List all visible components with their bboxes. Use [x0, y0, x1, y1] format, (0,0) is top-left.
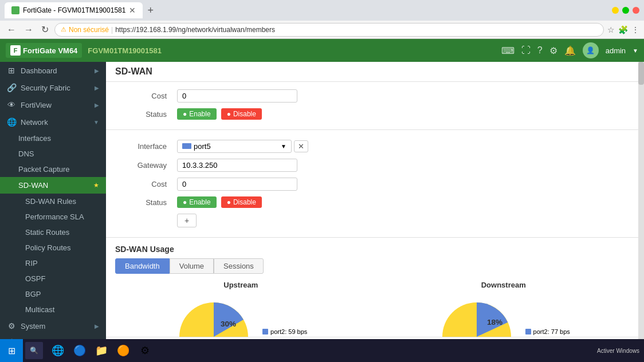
taskbar-app-files[interactable]: 📁: [91, 339, 112, 362]
scrollbar-track[interactable]: [638, 62, 644, 362]
fortiview-arrow: ▶: [95, 102, 99, 108]
security-fabric-arrow: ▶: [95, 85, 99, 91]
sidebar-item-rip[interactable]: RIP: [0, 255, 106, 271]
upstream-title: Upstream: [115, 281, 367, 289]
browser-icon: 🔵: [73, 344, 86, 357]
windows-taskbar: ⊞ 🔍 🌐 🔵 📁 🟠 ⚙ Activer Windows: [0, 339, 644, 362]
new-tab-button[interactable]: +: [147, 5, 154, 17]
select-arrow-icon: ▼: [281, 143, 286, 149]
sidebar-label-dashboard: Dashboard: [21, 66, 57, 75]
tabs-bar: Bandwidth Volume Sessions: [115, 258, 629, 274]
sidebar-item-security-fabric[interactable]: 🔗 Security Fabric ▶: [0, 79, 106, 96]
admin-label: admin: [606, 46, 626, 55]
sidebar-item-dashboard[interactable]: ⊞ Dashboard ▶: [0, 62, 106, 79]
taskbar-app-browser[interactable]: 🔵: [69, 339, 90, 362]
address-input[interactable]: ⚠ Non sécurisé | https://192.168.1.99/ng…: [54, 23, 604, 37]
sdwan-star-icon: ★: [93, 182, 99, 189]
add-interface-button[interactable]: +: [177, 214, 197, 227]
forward-button[interactable]: →: [22, 23, 36, 36]
status-label-1: Status: [115, 110, 172, 119]
sidebar-item-sdwan[interactable]: SD-WAN ★: [0, 177, 106, 194]
disable-button-1[interactable]: ● Disable: [221, 108, 262, 120]
remove-interface-button[interactable]: ✕: [294, 140, 308, 152]
bookmark-icon[interactable]: ☆: [607, 25, 615, 34]
enable-label-1: Enable: [189, 110, 210, 118]
close-button[interactable]: [633, 7, 639, 14]
sidebar-item-policy-routes[interactable]: Policy Routes: [0, 240, 106, 255]
maximize-button[interactable]: [622, 7, 629, 14]
downstream-title: Downstream: [378, 281, 630, 289]
network-arrow: ▼: [93, 119, 99, 125]
tab-bandwidth[interactable]: Bandwidth: [115, 258, 170, 274]
tab-close-button[interactable]: ✕: [129, 6, 136, 15]
extensions-icon[interactable]: 🧩: [618, 25, 628, 34]
taskbar-app-chrome[interactable]: 🟠: [113, 339, 133, 362]
tab-sessions[interactable]: Sessions: [214, 258, 264, 274]
disable-button-2[interactable]: ● Disable: [221, 196, 262, 208]
expand-icon[interactable]: ⛶: [521, 45, 531, 56]
user-avatar: 👤: [583, 42, 599, 58]
content-inner: SD-WAN Cost Status ● Enable ●: [106, 62, 638, 362]
start-button[interactable]: ⊞: [0, 339, 23, 362]
interface-select[interactable]: port5 ▼: [177, 140, 292, 153]
taskbar-search[interactable]: 🔍: [25, 342, 43, 359]
taskbar-app-ie[interactable]: 🌐: [48, 339, 68, 362]
disable-label-2: Disable: [233, 198, 256, 206]
logo-icon: F: [10, 45, 21, 56]
sidebar-item-bgp[interactable]: BGP: [0, 286, 106, 302]
dashboard-icon: ⊞: [7, 66, 16, 75]
terminal-icon[interactable]: ⌨: [501, 45, 515, 56]
minimize-button[interactable]: [612, 7, 619, 14]
taskbar-right: Activer Windows: [592, 348, 644, 354]
cost-input-1[interactable]: [177, 89, 297, 103]
tab-volume[interactable]: Volume: [170, 258, 214, 274]
main-layout: ⊞ Dashboard ▶ 🔗 Security Fabric ▶ 👁 Fort…: [0, 62, 644, 362]
status-label-2: Status: [115, 198, 172, 207]
warning-text: Non sécurisé: [69, 26, 109, 34]
svg-rect-0: [182, 143, 191, 149]
sidebar-item-packet-capture[interactable]: Packet Capture: [0, 162, 106, 177]
help-icon[interactable]: ?: [537, 45, 543, 56]
upstream-port2-dot: [262, 329, 268, 335]
ie-icon: 🌐: [52, 344, 64, 357]
reload-button[interactable]: ↻: [39, 23, 51, 36]
section-divider-1: [106, 129, 638, 130]
settings-icon[interactable]: ⚙: [549, 45, 557, 56]
taskbar-app-settings[interactable]: ⚙: [135, 339, 155, 362]
sidebar-label-security-fabric: Security Fabric: [21, 84, 70, 92]
enable-button-2[interactable]: ● Enable: [177, 196, 217, 208]
back-button[interactable]: ←: [5, 23, 18, 36]
tab-title: FortiGate - FGVM01TM19001581: [23, 6, 125, 14]
cost-row-2: Cost: [115, 175, 629, 194]
sidebar-item-sdwan-rules[interactable]: SD-WAN Rules: [0, 194, 106, 209]
enable-button-1[interactable]: ● Enable: [177, 108, 217, 120]
page-breadcrumb: SD-WAN: [106, 62, 638, 82]
sidebar-item-ospf[interactable]: OSPF: [0, 271, 106, 286]
menu-icon[interactable]: ⋮: [631, 25, 639, 34]
scrollbar-thumb[interactable]: [638, 62, 644, 85]
browser-tab[interactable]: FortiGate - FGVM01TM19001581 ✕: [5, 2, 143, 18]
sidebar-item-fortiview[interactable]: 👁 FortiView ▶: [0, 96, 106, 113]
sdwan-breadcrumb: SD-WAN: [115, 66, 152, 77]
cost-row-1: Cost: [115, 86, 629, 105]
sidebar-item-interfaces[interactable]: Interfaces: [0, 131, 106, 146]
sidebar: ⊞ Dashboard ▶ 🔗 Security Fabric ▶ 👁 Fort…: [0, 62, 106, 362]
cost-label-1: Cost: [115, 92, 172, 100]
admin-dropdown-icon[interactable]: ▼: [633, 48, 638, 54]
disable-circle-1: ●: [227, 110, 231, 118]
sidebar-item-static-routes[interactable]: Static Routes: [0, 225, 106, 240]
gateway-input[interactable]: [177, 159, 297, 172]
status-row-2: Status ● Enable ● Disable: [115, 194, 629, 211]
interface-select-value: port5: [194, 142, 281, 151]
sidebar-item-system[interactable]: ⚙ System ▶: [0, 317, 106, 335]
form-section-1: Cost Status ● Enable ● Disable: [106, 82, 638, 127]
port-icon: [182, 142, 191, 151]
hostname-label: FGVM01TM19001581: [88, 46, 162, 55]
alert-icon[interactable]: 🔔: [564, 45, 576, 56]
security-fabric-icon: 🔗: [7, 83, 16, 92]
cost-input-2[interactable]: [177, 178, 297, 191]
sidebar-item-dns[interactable]: DNS: [0, 146, 106, 162]
sidebar-item-network[interactable]: 🌐 Network ▼: [0, 113, 106, 131]
sidebar-item-multicast[interactable]: Multicast: [0, 302, 106, 317]
sidebar-item-performance-sla[interactable]: Performance SLA: [0, 209, 106, 225]
